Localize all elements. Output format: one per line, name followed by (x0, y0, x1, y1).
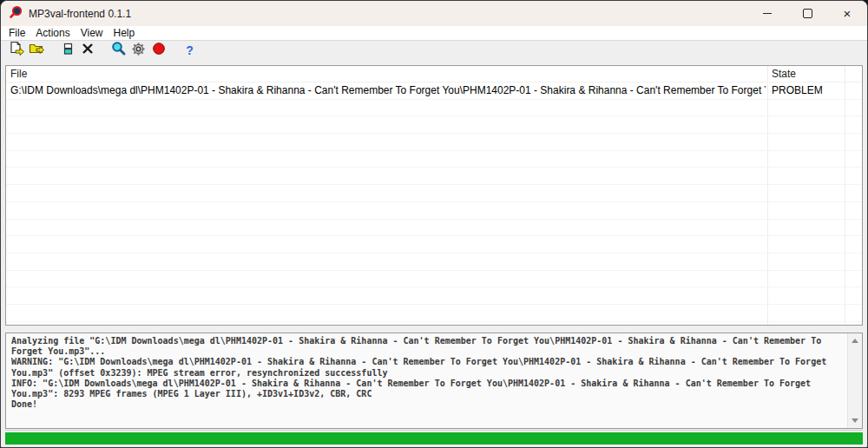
close-button[interactable]: × (827, 1, 867, 26)
log-line: Analyzing file "G:\IDM Downloads\mega dl… (11, 336, 845, 346)
list-empty-row (6, 168, 862, 185)
progress-bar-fill (5, 432, 863, 445)
add-folder-button[interactable] (26, 42, 46, 59)
app-window: MP3val-frontend 0.1.1 × File Actions Vie… (0, 0, 868, 448)
log-line: You.mp3" (offset 0x3239): MPEG stream er… (11, 368, 845, 379)
table-row[interactable]: G:\IDM Downloads\mega dl\PHM1402P-01 - S… (6, 82, 862, 100)
log-line: INFO: "G:\IDM Downloads\mega dl\PHM1402P… (11, 379, 845, 389)
stop-button[interactable] (148, 42, 168, 59)
close-icon: × (844, 7, 852, 20)
analyze-button[interactable] (108, 42, 128, 59)
list-empty-row (6, 116, 862, 134)
column-header-state[interactable]: State (772, 66, 796, 82)
list-empty-row (6, 202, 862, 220)
list-empty-row (6, 305, 862, 322)
rescan-icon (61, 42, 75, 59)
help-icon: ? (186, 43, 194, 57)
maximize-icon (803, 9, 812, 18)
list-empty-row (6, 271, 862, 288)
log-line: WARNING: "G:\IDM Downloads\mega dl\PHM14… (11, 357, 845, 367)
log-line: You.mp3": 8293 MPEG frames (MPEG 1 Layer… (11, 389, 845, 399)
window-controls: × (747, 1, 867, 26)
list-empty-row (6, 100, 862, 117)
log-text: Analyzing file "G:\IDM Downloads\mega dl… (11, 336, 845, 425)
list-empty-row (6, 322, 862, 326)
help-button[interactable]: ? (180, 42, 200, 59)
file-list: File State G:\IDM Downloads\mega dl\PHM1… (5, 65, 863, 326)
menu-view[interactable]: View (76, 27, 108, 39)
state-cell: PROBLEM (772, 82, 823, 99)
log-line: Forget You.mp3"... (11, 346, 845, 357)
minimize-button[interactable] (747, 1, 787, 26)
scroll-down-icon[interactable] (852, 418, 858, 423)
list-empty-row (6, 220, 862, 237)
remove-icon (81, 42, 95, 59)
log-pane[interactable]: Analyzing file "G:\IDM Downloads\mega dl… (5, 333, 863, 429)
minimize-icon (763, 13, 772, 14)
remove-button[interactable] (77, 42, 97, 59)
add-file-button[interactable] (6, 42, 26, 59)
toolbar: ? (1, 41, 867, 60)
add-folder-icon (29, 41, 44, 60)
column-header-file[interactable]: File (6, 68, 27, 80)
repair-button[interactable] (128, 42, 148, 59)
rescan-button[interactable] (57, 42, 77, 59)
menu-help[interactable]: Help (108, 27, 141, 39)
list-empty-row (6, 287, 862, 305)
log-line: Done! (11, 399, 845, 410)
progress-bar (5, 432, 863, 445)
list-empty-row (6, 236, 862, 254)
menu-file[interactable]: File (3, 27, 30, 39)
add-file-icon (9, 41, 24, 60)
analyze-icon (111, 41, 127, 60)
list-empty-row (6, 134, 862, 151)
menu-actions[interactable]: Actions (30, 27, 75, 39)
file-path-cell: G:\IDM Downloads\mega dl\PHM1402P-01 - S… (10, 82, 766, 99)
menubar: File Actions View Help (1, 26, 867, 40)
gear-icon (131, 42, 146, 60)
window-title: MP3val-frontend 0.1.1 (29, 8, 131, 20)
scroll-up-icon[interactable] (852, 339, 858, 343)
stop-icon (152, 42, 166, 59)
list-empty-row (6, 185, 862, 202)
maximize-button[interactable] (787, 1, 827, 26)
list-empty-row (6, 151, 862, 168)
file-list-empty-rows (6, 100, 862, 326)
statusbar-divider (5, 430, 863, 431)
list-empty-row (6, 254, 862, 271)
titlebar: MP3val-frontend 0.1.1 × (1, 1, 867, 26)
log-scrollbar[interactable] (847, 333, 862, 428)
app-icon (9, 5, 23, 23)
file-list-header: File State (6, 66, 862, 82)
